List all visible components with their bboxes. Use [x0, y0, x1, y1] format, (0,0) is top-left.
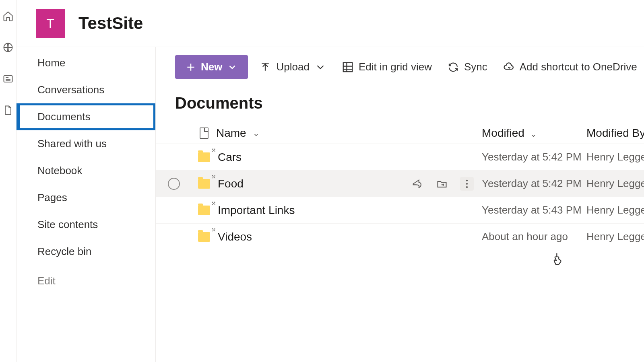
sync-button[interactable]: Sync: [443, 58, 491, 76]
nav-documents[interactable]: Documents: [17, 103, 155, 130]
svg-point-5: [466, 186, 468, 188]
cursor-icon: [552, 252, 564, 269]
edit-grid-label: Edit in grid view: [359, 61, 432, 73]
upload-label: Upload: [276, 61, 309, 73]
folder-icon: [192, 232, 216, 242]
more-actions-icon[interactable]: [460, 177, 474, 191]
rail-file-icon[interactable]: [0, 102, 16, 118]
table-row[interactable]: Important Links⤱Yesterday at 5:43 PMHenr…: [156, 197, 644, 224]
rail-home-icon[interactable]: [0, 8, 16, 24]
svg-rect-2: [343, 62, 353, 72]
item-name[interactable]: Cars⤱: [216, 151, 242, 164]
item-name[interactable]: Food⤱: [216, 177, 244, 190]
nav-site-contents[interactable]: Site contents: [17, 211, 155, 238]
folder-icon: [192, 179, 216, 189]
table-row[interactable]: Videos⤱About an hour agoHenry Legge: [156, 224, 644, 250]
nav-notebook[interactable]: Notebook: [17, 157, 155, 184]
name-column-header[interactable]: Name ⌄: [216, 127, 401, 140]
chevron-down-icon: [227, 62, 237, 72]
nav-edit[interactable]: Edit: [17, 267, 155, 294]
upload-button[interactable]: Upload: [255, 58, 330, 76]
folder-icon: [192, 152, 216, 162]
modified-cell: About an hour ago: [482, 230, 586, 243]
modified-by-cell[interactable]: Henry Legge: [586, 230, 644, 243]
site-header: T TestSite: [17, 0, 644, 47]
chevron-down-icon: [314, 61, 326, 73]
nav-shared-with-us[interactable]: Shared with us: [17, 130, 155, 157]
sync-label: Sync: [464, 61, 487, 73]
rail-news-icon[interactable]: [0, 71, 16, 87]
modified-by-cell[interactable]: Henry Legge: [586, 151, 644, 163]
site-logo[interactable]: T: [36, 9, 65, 38]
new-label: New: [201, 61, 222, 73]
chevron-down-icon: ⌄: [530, 130, 537, 138]
svg-rect-1: [4, 76, 12, 82]
chevron-down-icon: ⌄: [253, 128, 260, 138]
table-header: Name ⌄ Modified ⌄ Modified By ⌄: [156, 123, 644, 144]
new-button[interactable]: New: [175, 55, 248, 79]
item-name[interactable]: Important Links⤱: [216, 204, 295, 217]
item-name[interactable]: Videos⤱: [216, 230, 252, 243]
nav-pages[interactable]: Pages: [17, 184, 155, 211]
main-content: New Upload Edit in grid view Sync: [156, 47, 644, 362]
modified-column-header[interactable]: Modified ⌄: [482, 127, 586, 140]
app-rail: [0, 0, 17, 362]
modified-by-cell[interactable]: Henry Legge: [586, 177, 644, 190]
modified-by-cell[interactable]: Henry Legge: [586, 204, 644, 216]
grid-icon: [342, 61, 354, 73]
onedrive-shortcut-button[interactable]: Add shortcut to OneDrive: [499, 58, 641, 76]
svg-point-3: [466, 179, 468, 181]
modified-cell: Yesterday at 5:42 PM: [482, 151, 586, 163]
page-title: Documents: [156, 87, 644, 123]
svg-point-4: [466, 183, 468, 184]
rail-globe-icon[interactable]: [0, 39, 16, 56]
row-selector[interactable]: [156, 178, 192, 190]
nav-conversations[interactable]: Conversations: [17, 76, 155, 103]
share-icon[interactable]: [410, 177, 424, 191]
modified-cell: Yesterday at 5:42 PM: [482, 177, 586, 190]
table-row[interactable]: Cars⤱Yesterday at 5:42 PMHenry Legge: [156, 144, 644, 171]
sync-icon: [447, 61, 459, 73]
table-row[interactable]: Food⤱Yesterday at 5:42 PMHenry Legge: [156, 171, 644, 197]
move-to-icon[interactable]: [435, 177, 449, 191]
documents-table: Name ⌄ Modified ⌄ Modified By ⌄: [156, 123, 644, 250]
edit-grid-button[interactable]: Edit in grid view: [338, 58, 436, 76]
modified-cell: Yesterday at 5:43 PM: [482, 204, 586, 216]
modified-by-column-header[interactable]: Modified By ⌄: [586, 127, 644, 140]
command-bar: New Upload Edit in grid view Sync: [156, 47, 644, 87]
type-column-icon[interactable]: [192, 128, 216, 139]
site-title[interactable]: TestSite: [78, 14, 143, 33]
upload-icon: [259, 61, 271, 73]
onedrive-icon: [503, 61, 515, 73]
left-nav: Home Conversations Documents Shared with…: [17, 47, 156, 362]
folder-icon: [192, 206, 216, 215]
nav-recycle-bin[interactable]: Recycle bin: [17, 238, 155, 265]
onedrive-label: Add shortcut to OneDrive: [520, 61, 637, 73]
nav-home[interactable]: Home: [17, 49, 155, 76]
